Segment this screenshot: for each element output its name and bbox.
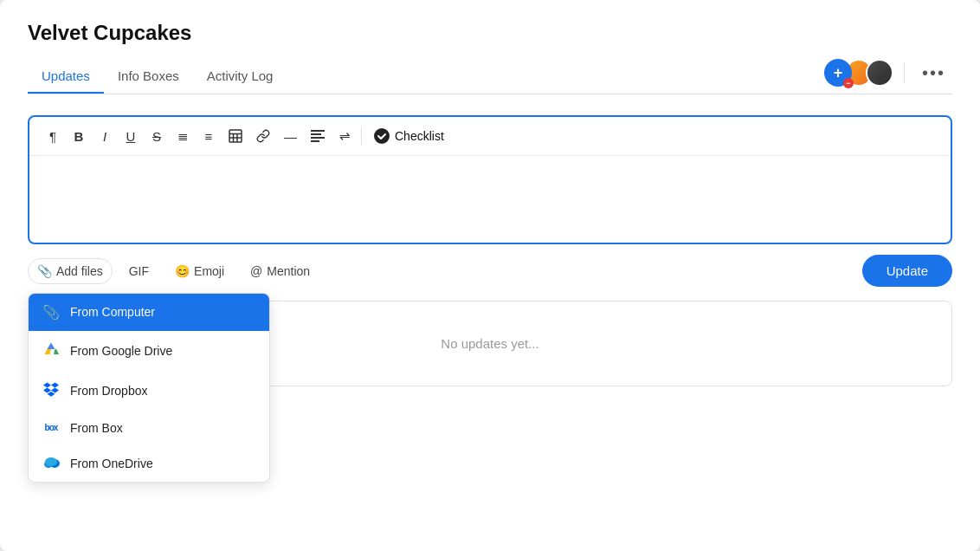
italic-button[interactable]: I [93, 126, 116, 146]
ordered-list-button[interactable]: ≣ [171, 126, 194, 146]
toolbar-separator [361, 127, 362, 145]
tabs-row: Updates Info Boxes Activity Log + − ••• [28, 59, 952, 94]
mention-button[interactable]: @ Mention [241, 258, 319, 284]
action-bar-left: 📎 Add files GIF 😊 Emoji @ Mention 📎 [28, 258, 319, 284]
underline-button[interactable]: U [119, 126, 142, 146]
unordered-list-button[interactable]: ≡ [197, 126, 220, 146]
page-title: Velvet Cupcakes [28, 21, 952, 45]
more-options-button[interactable]: ••• [915, 60, 952, 87]
from-dropbox-label: From Dropbox [70, 384, 147, 398]
paperclip-icon: 📎 [42, 304, 60, 321]
update-button[interactable]: Update [862, 255, 952, 287]
tabs-container: Updates Info Boxes Activity Log [28, 60, 287, 93]
add-files-label: Add files [56, 264, 103, 278]
from-box-label: From Box [70, 421, 123, 435]
editor-body[interactable] [29, 156, 951, 243]
paragraph-button[interactable]: ¶ [42, 126, 64, 146]
table-button[interactable] [223, 126, 248, 146]
from-computer-label: From Computer [70, 305, 155, 319]
bold-button[interactable]: B [68, 126, 90, 146]
at-icon: @ [250, 264, 262, 278]
svg-point-9 [374, 128, 390, 144]
emoji-icon: 😊 [175, 264, 190, 278]
dropdown-item-from-google-drive[interactable]: From Google Drive [29, 331, 269, 371]
svg-rect-6 [311, 133, 321, 135]
checklist-button[interactable]: Checklist [367, 126, 451, 146]
emoji-label: Emoji [194, 264, 224, 278]
add-files-button[interactable]: 📎 Add files [28, 258, 113, 284]
editor-toolbar: ¶ B I U S ≣ ≡ [29, 117, 951, 156]
from-onedrive-label: From OneDrive [70, 457, 153, 470]
add-member-button[interactable]: + − [824, 59, 852, 87]
header: Velvet Cupcakes Updates Info Boxes Activ… [0, 0, 980, 94]
svg-rect-5 [311, 130, 325, 132]
hr-button[interactable]: — [279, 126, 302, 146]
svg-rect-8 [311, 140, 319, 142]
svg-rect-0 [229, 130, 242, 142]
svg-rect-7 [311, 137, 325, 139]
strikethrough-button[interactable]: S [145, 126, 168, 146]
dropdown-item-from-computer[interactable]: 📎 From Computer [29, 294, 269, 331]
avatar-group: + − [824, 59, 893, 87]
checklist-label: Checklist [395, 129, 444, 143]
main-content: ¶ B I U S ≣ ≡ [0, 94, 980, 407]
tab-info-boxes[interactable]: Info Boxes [104, 60, 193, 94]
dropdown-item-from-box[interactable]: box From Box [29, 411, 269, 445]
vertical-divider [904, 62, 905, 83]
minus-badge: − [843, 78, 854, 88]
dropdown-item-from-onedrive[interactable]: From OneDrive [29, 445, 269, 482]
gif-button[interactable]: GIF [119, 258, 158, 284]
gif-label: GIF [129, 264, 149, 278]
main-window: Velvet Cupcakes Updates Info Boxes Activ… [0, 0, 980, 551]
avatar-2 [866, 59, 893, 87]
mention-label: Mention [267, 264, 310, 278]
action-bar: 📎 Add files GIF 😊 Emoji @ Mention 📎 [28, 255, 952, 287]
paperclip-icon: 📎 [37, 264, 52, 278]
add-files-dropdown: 📎 From Computer From Google Drive [28, 293, 270, 483]
emoji-button[interactable]: 😊 Emoji [165, 258, 234, 284]
no-updates-text: No updates yet... [441, 336, 538, 351]
plus-icon: + [834, 64, 843, 82]
align-button[interactable] [306, 127, 330, 145]
onedrive-icon [42, 456, 60, 471]
svg-point-12 [45, 457, 57, 466]
indent-button[interactable]: ⇌ [333, 126, 356, 146]
google-drive-icon [42, 341, 60, 360]
box-icon: box [42, 423, 60, 432]
dropbox-icon [42, 381, 60, 400]
tab-actions: + − ••• [824, 59, 952, 94]
editor-container: ¶ B I U S ≣ ≡ [28, 115, 952, 244]
tab-activity-log[interactable]: Activity Log [193, 60, 287, 94]
from-google-drive-label: From Google Drive [70, 344, 172, 358]
tab-updates[interactable]: Updates [28, 60, 104, 94]
dropdown-item-from-dropbox[interactable]: From Dropbox [29, 371, 269, 411]
link-button[interactable] [251, 126, 275, 146]
